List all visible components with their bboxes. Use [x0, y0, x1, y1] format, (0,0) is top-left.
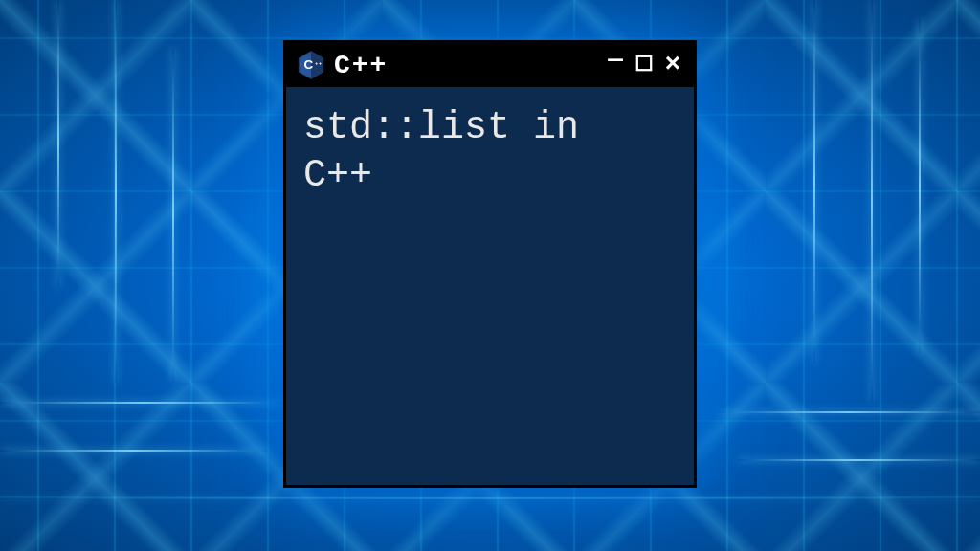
svg-text:C: C [304, 57, 314, 72]
minimize-button[interactable]: — [604, 47, 627, 72]
code-content: std::list in C++ [286, 87, 694, 217]
window-title: C++ [334, 51, 596, 80]
svg-text:+: + [319, 60, 322, 66]
content-line-2: C++ [303, 152, 677, 200]
cpp-icon: C + + [296, 50, 326, 80]
code-window: C + + C++ — × std::list in C++ [283, 40, 697, 488]
close-button[interactable]: × [661, 52, 684, 78]
content-line-1: std::list in [303, 104, 677, 152]
window-controls: — × [604, 52, 684, 78]
svg-rect-5 [637, 56, 651, 70]
window-titlebar[interactable]: C + + C++ — × [286, 43, 694, 87]
svg-text:+: + [315, 60, 318, 66]
maximize-button[interactable] [633, 53, 656, 77]
